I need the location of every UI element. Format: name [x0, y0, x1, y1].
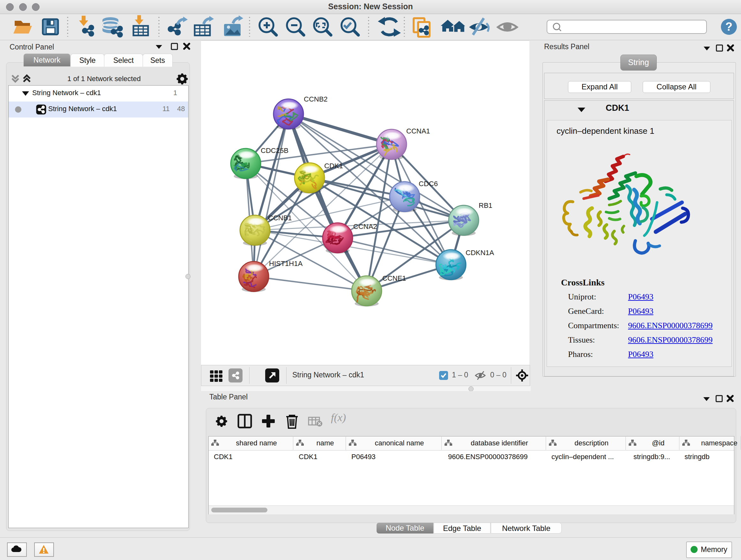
svg-text:HIST1H1A: HIST1H1A: [269, 260, 302, 267]
svg-text:CDKN1A: CDKN1A: [466, 249, 494, 257]
svg-text:CDC25B: CDC25B: [261, 146, 288, 154]
svg-text:RB1: RB1: [479, 201, 492, 209]
svg-text:CDK1: CDK1: [324, 162, 343, 170]
svg-text:CCNA2: CCNA2: [353, 223, 377, 231]
svg-text:CDC6: CDC6: [419, 180, 438, 188]
svg-text:CCNA1: CCNA1: [406, 127, 430, 135]
svg-text:CCNB1: CCNB1: [268, 214, 292, 222]
svg-text:?: ?: [725, 20, 732, 33]
svg-text:CCNE1: CCNE1: [382, 274, 406, 282]
svg-text:CCNB2: CCNB2: [304, 95, 328, 103]
